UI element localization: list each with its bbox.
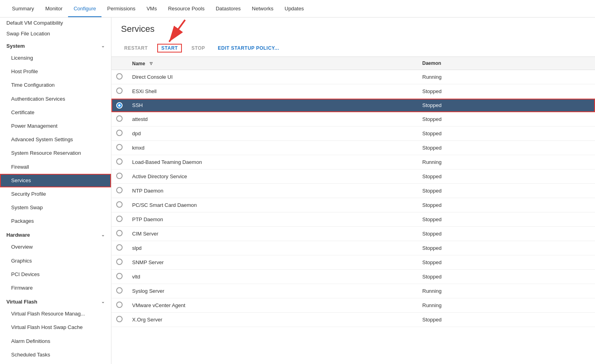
restart-button[interactable]: RESTART bbox=[121, 44, 151, 53]
radio-button[interactable] bbox=[116, 144, 123, 150]
service-name: VMware vCenter Agent bbox=[127, 298, 417, 313]
radio-button[interactable] bbox=[116, 158, 123, 165]
chevron-down-icon: ⌄ bbox=[101, 232, 105, 237]
sidebar-item-alarm-definitions[interactable]: Alarm Definitions bbox=[0, 335, 111, 348]
radio-button[interactable] bbox=[116, 88, 123, 94]
radio-button[interactable] bbox=[116, 216, 123, 222]
radio-button[interactable] bbox=[116, 173, 123, 179]
select-column-header bbox=[111, 57, 127, 70]
service-name: CIM Server bbox=[127, 227, 417, 241]
radio-button[interactable] bbox=[116, 230, 123, 236]
sidebar-item-overview[interactable]: Overview bbox=[0, 240, 111, 254]
sidebar-item-advanced-system-settings[interactable]: Advanced System Settings bbox=[0, 133, 111, 146]
radio-button[interactable] bbox=[116, 273, 123, 279]
table-row[interactable]: NTP DaemonStopped bbox=[111, 184, 595, 198]
service-name: ESXi Shell bbox=[127, 84, 417, 99]
service-name: attestd bbox=[127, 112, 417, 127]
service-daemon: Stopped bbox=[417, 127, 595, 141]
service-daemon: Running bbox=[417, 70, 595, 84]
radio-button[interactable] bbox=[116, 287, 123, 294]
nav-datastores[interactable]: Datastores bbox=[210, 1, 246, 17]
sidebar-item-licensing[interactable]: Licensing bbox=[0, 51, 111, 65]
sidebar-item-swap-file-location[interactable]: Swap File Location bbox=[0, 28, 111, 39]
table-row[interactable]: kmxdStopped bbox=[111, 141, 595, 155]
radio-button[interactable] bbox=[116, 259, 123, 265]
sidebar-section-hardware-label: Hardware bbox=[6, 232, 30, 238]
main-content: Services RESTART START STOP EDIT STARTUP… bbox=[111, 18, 595, 364]
table-row[interactable]: vltdStopped bbox=[111, 270, 595, 284]
table-row[interactable]: attestdStopped bbox=[111, 112, 595, 127]
table-row[interactable]: CIM ServerStopped bbox=[111, 227, 595, 241]
radio-button[interactable] bbox=[116, 102, 123, 109]
table-row[interactable]: SSHStopped bbox=[111, 99, 595, 112]
edit-startup-policy-button[interactable]: EDIT STARTUP POLICY... bbox=[215, 44, 282, 53]
service-name: Active Directory Service bbox=[127, 169, 417, 184]
svg-line-1 bbox=[169, 20, 185, 42]
sidebar-item-firewall[interactable]: Firewall bbox=[0, 160, 111, 174]
table-row[interactable]: Load-Based Teaming DaemonRunning bbox=[111, 155, 595, 169]
sidebar-item-host-profile[interactable]: Host Profile bbox=[0, 65, 111, 78]
service-daemon: Stopped bbox=[417, 84, 595, 99]
sidebar-section-virtual-flash[interactable]: Virtual Flash ⌄ bbox=[0, 295, 111, 307]
nav-summary[interactable]: Summary bbox=[6, 1, 40, 17]
service-daemon: Stopped bbox=[417, 255, 595, 270]
service-daemon: Stopped bbox=[417, 141, 595, 155]
sidebar-item-graphics[interactable]: Graphics bbox=[0, 254, 111, 268]
chevron-down-icon: ⌄ bbox=[101, 299, 105, 304]
sidebar-section-hardware[interactable]: Hardware ⌄ bbox=[0, 228, 111, 240]
sidebar-item-system-resource-reservation[interactable]: System Resource Reservation bbox=[0, 146, 111, 160]
service-name: SSH bbox=[127, 99, 417, 112]
service-daemon: Stopped bbox=[417, 270, 595, 284]
table-row[interactable]: PTP DaemonStopped bbox=[111, 212, 595, 227]
sidebar-item-security-profile[interactable]: Security Profile bbox=[0, 187, 111, 201]
radio-button[interactable] bbox=[116, 187, 123, 193]
nav-resource-pools[interactable]: Resource Pools bbox=[162, 1, 210, 17]
table-row[interactable]: ESXi ShellStopped bbox=[111, 84, 595, 99]
service-daemon: Stopped bbox=[417, 212, 595, 227]
services-table: Name ▿ Daemon Direct Console UIRunningES… bbox=[111, 56, 595, 327]
radio-button[interactable] bbox=[116, 73, 123, 80]
radio-button[interactable] bbox=[116, 115, 123, 122]
name-column-header[interactable]: Name ▿ bbox=[127, 57, 417, 70]
sidebar-item-default-vm-compatibility[interactable]: Default VM Compatibility bbox=[0, 18, 111, 28]
table-row[interactable]: Syslog ServerRunning bbox=[111, 284, 595, 298]
nav-configure[interactable]: Configure bbox=[68, 1, 101, 17]
sidebar-item-services[interactable]: Services bbox=[0, 174, 111, 187]
filter-icon[interactable]: ▿ bbox=[150, 60, 152, 66]
sidebar-item-pci-devices[interactable]: PCI Devices bbox=[0, 268, 111, 281]
sidebar-item-firmware[interactable]: Firmware bbox=[0, 281, 111, 295]
action-bar: RESTART START STOP EDIT STARTUP POLICY..… bbox=[111, 41, 595, 56]
sidebar-item-packages[interactable]: Packages bbox=[0, 214, 111, 228]
nav-vms[interactable]: VMs bbox=[141, 1, 162, 17]
nav-monitor[interactable]: Monitor bbox=[40, 1, 68, 17]
table-row[interactable]: SNMP ServerStopped bbox=[111, 255, 595, 270]
radio-button[interactable] bbox=[116, 316, 123, 322]
radio-button[interactable] bbox=[116, 130, 123, 136]
table-row[interactable]: PC/SC Smart Card DaemonStopped bbox=[111, 198, 595, 212]
service-name: PTP Daemon bbox=[127, 212, 417, 227]
nav-networks[interactable]: Networks bbox=[246, 1, 279, 17]
table-row[interactable]: dpdStopped bbox=[111, 127, 595, 141]
service-daemon: Stopped bbox=[417, 313, 595, 327]
sidebar-item-system-swap[interactable]: System Swap bbox=[0, 201, 111, 214]
radio-button[interactable] bbox=[116, 302, 123, 308]
table-row[interactable]: slpdStopped bbox=[111, 241, 595, 255]
sidebar-section-system[interactable]: System ⌄ bbox=[0, 39, 111, 51]
sidebar-item-authentication-services[interactable]: Authentication Services bbox=[0, 92, 111, 106]
service-name: Load-Based Teaming Daemon bbox=[127, 155, 417, 169]
sidebar-item-virtual-flash-resource[interactable]: Virtual Flash Resource Manag... bbox=[0, 307, 111, 321]
sidebar-item-power-management[interactable]: Power Management bbox=[0, 119, 111, 133]
sidebar-item-time-configuration[interactable]: Time Configuration bbox=[0, 78, 111, 92]
radio-button[interactable] bbox=[116, 244, 123, 251]
nav-permissions[interactable]: Permissions bbox=[101, 1, 141, 17]
table-row[interactable]: Direct Console UIRunning bbox=[111, 70, 595, 84]
sidebar-item-scheduled-tasks[interactable]: Scheduled Tasks bbox=[0, 348, 111, 362]
table-row[interactable]: Active Directory ServiceStopped bbox=[111, 169, 595, 184]
sidebar-item-virtual-flash-host-swap[interactable]: Virtual Flash Host Swap Cache bbox=[0, 321, 111, 334]
sidebar-item-certificate[interactable]: Certificate bbox=[0, 106, 111, 119]
nav-updates[interactable]: Updates bbox=[279, 1, 309, 17]
table-row[interactable]: VMware vCenter AgentRunning bbox=[111, 298, 595, 313]
service-daemon: Stopped bbox=[417, 227, 595, 241]
table-row[interactable]: X.Org ServerStopped bbox=[111, 313, 595, 327]
radio-button[interactable] bbox=[116, 201, 123, 208]
